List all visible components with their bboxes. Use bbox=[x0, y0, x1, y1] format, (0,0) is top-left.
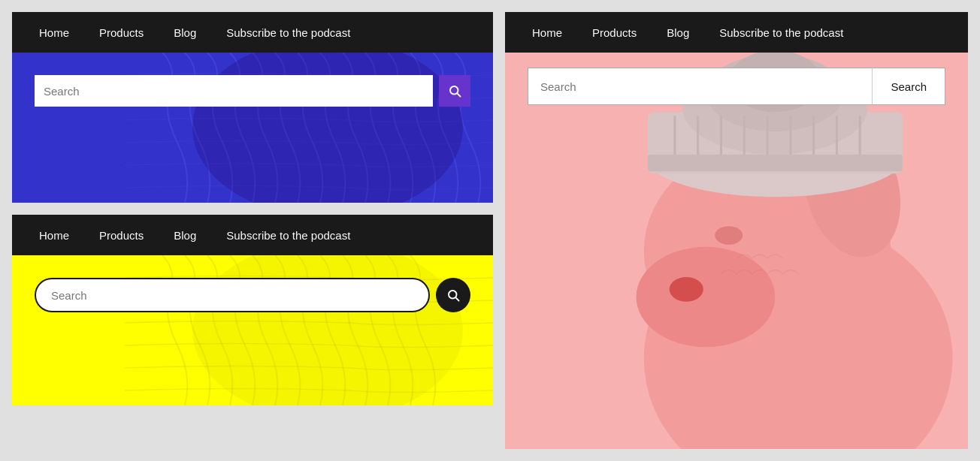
nav-item-podcast-3[interactable]: Subscribe to the podcast bbox=[707, 20, 855, 45]
nav-bar-2: Home Products Blog Subscribe to the podc… bbox=[12, 215, 493, 255]
dog-illustration bbox=[505, 53, 968, 449]
nav-item-products-3[interactable]: Products bbox=[580, 20, 649, 45]
search-icon-yellow bbox=[446, 288, 460, 302]
nav-item-podcast-2[interactable]: Subscribe to the podcast bbox=[214, 223, 362, 248]
search-area-blue bbox=[35, 75, 470, 107]
nav-item-blog-3[interactable]: Blog bbox=[655, 20, 701, 45]
card-blue: Home Products Blog Subscribe to the podc… bbox=[12, 12, 493, 203]
nav-item-products-2[interactable]: Products bbox=[87, 223, 156, 248]
search-button-blue[interactable] bbox=[439, 75, 470, 107]
left-column: Home Products Blog Subscribe to the podc… bbox=[12, 12, 493, 449]
search-area-pink: Search bbox=[528, 68, 945, 105]
svg-rect-30 bbox=[505, 53, 968, 449]
nav-item-home-1[interactable]: Home bbox=[27, 20, 81, 45]
svg-line-7 bbox=[455, 297, 458, 300]
search-input-pink[interactable] bbox=[528, 68, 872, 105]
nav-item-home-3[interactable]: Home bbox=[520, 20, 574, 45]
search-button-pink[interactable]: Search bbox=[872, 68, 945, 105]
nav-item-products-1[interactable]: Products bbox=[87, 20, 156, 45]
search-button-yellow[interactable] bbox=[436, 278, 470, 312]
search-input-yellow[interactable] bbox=[35, 278, 430, 312]
right-column: Home Products Blog Subscribe to the podc… bbox=[505, 12, 968, 449]
nav-item-blog-2[interactable]: Blog bbox=[162, 223, 208, 248]
search-area-yellow bbox=[35, 278, 470, 312]
card-yellow: Home Products Blog Subscribe to the podc… bbox=[12, 215, 493, 405]
nav-bar-3: Home Products Blog Subscribe to the podc… bbox=[505, 12, 968, 53]
nav-bar-1: Home Products Blog Subscribe to the podc… bbox=[12, 12, 493, 53]
search-input-blue[interactable] bbox=[35, 75, 433, 107]
nav-item-podcast-1[interactable]: Subscribe to the podcast bbox=[214, 20, 362, 45]
nav-item-home-2[interactable]: Home bbox=[27, 223, 81, 248]
svg-line-3 bbox=[457, 93, 460, 96]
nav-item-blog-1[interactable]: Blog bbox=[162, 20, 208, 45]
search-icon-blue bbox=[448, 84, 461, 98]
